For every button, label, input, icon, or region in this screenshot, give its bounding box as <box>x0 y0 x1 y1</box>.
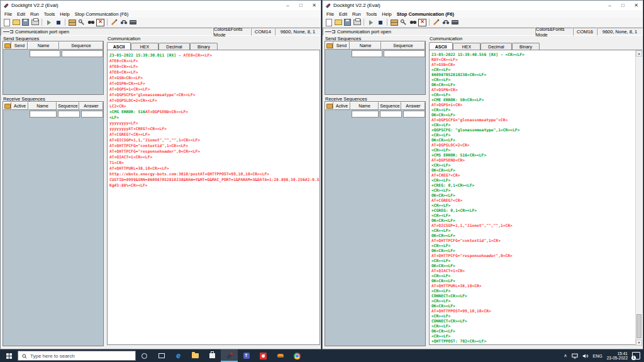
status-panel-serial-settings[interactable]: 9600, None, 8, 1 <box>275 28 321 36</box>
receive-answer-input[interactable] <box>81 111 103 118</box>
close-button[interactable]: ✕ <box>309 1 319 10</box>
log-printer-icon[interactable] <box>451 19 459 26</box>
start-button[interactable] <box>0 349 18 362</box>
close-button[interactable]: ✕ <box>631 1 641 10</box>
tab-decimal[interactable]: Decimal <box>158 43 190 50</box>
tray-expand-icon[interactable]: ∧ <box>564 353 567 358</box>
taskbar-teams-icon[interactable]: T <box>238 349 255 362</box>
menu-run[interactable]: Run <box>350 11 364 17</box>
new-file-icon[interactable] <box>325 19 333 26</box>
status-panel-serial-settings[interactable]: 9600, None, 8, 1 <box>597 28 643 36</box>
project-settings-icon[interactable] <box>68 19 76 26</box>
status-panel-com-port[interactable]: COM14 <box>251 28 275 36</box>
menu-run[interactable]: Run <box>28 11 42 17</box>
column-header-name[interactable]: Name <box>28 102 57 110</box>
edit-mode-icon[interactable] <box>110 19 118 26</box>
taskbar-edge-icon[interactable]: e <box>170 349 187 362</box>
taskbar-clock[interactable]: 15:41 23-05-2022 <box>607 351 628 361</box>
tab-binary[interactable]: Binary <box>512 43 540 50</box>
receive-answer-input[interactable] <box>403 111 425 118</box>
stop-logging-icon[interactable]: ✕ <box>96 19 104 26</box>
receive-sequences-table[interactable]: ActiveNameSequenceAnswer <box>3 101 104 346</box>
menu-edit[interactable]: Edit <box>14 11 28 17</box>
menu-help[interactable]: Help <box>57 11 72 17</box>
send-sequences-table[interactable]: SendNameSequence <box>3 41 104 95</box>
send-sequence-input[interactable] <box>62 50 103 57</box>
modem-settings-icon[interactable] <box>441 19 450 26</box>
menu-tools[interactable]: Tools <box>364 11 380 17</box>
taskbar-search-input[interactable]: Type here to search <box>18 351 136 361</box>
options-icon[interactable] <box>399 19 408 26</box>
receive-sequences-table[interactable]: ActiveNameSequenceAnswer <box>325 101 426 346</box>
tab-hex[interactable]: HEX <box>453 43 480 50</box>
scroll-up-icon[interactable]: ▲ <box>636 50 642 57</box>
receive-name-input[interactable] <box>352 111 379 118</box>
taskbar-orange-app-icon[interactable] <box>272 349 289 362</box>
stop-communication-icon[interactable] <box>54 19 62 26</box>
send-sequence-input[interactable] <box>384 50 425 57</box>
print-icon[interactable] <box>31 19 39 26</box>
status-panel-mode[interactable]: Colors&Fonts Mode <box>535 28 573 36</box>
menu-edit[interactable]: Edit <box>336 11 350 17</box>
maximize-button[interactable]: □ <box>618 1 628 10</box>
taskbar-cortana-icon[interactable] <box>136 349 153 362</box>
column-header-name[interactable]: Name <box>28 41 59 50</box>
status-panel-mode[interactable]: Colors&Fonts Mode <box>213 28 251 36</box>
scroll-down-icon[interactable]: ▼ <box>636 339 642 346</box>
communication-terminal[interactable]: 23-05-2022 15:39:30.011 [RX] - ATE0<CR><… <box>107 50 320 345</box>
taskbar-file-explorer-icon[interactable] <box>187 349 204 362</box>
column-header-name[interactable]: Name <box>350 41 381 50</box>
status-panel-com-port[interactable]: COM16 <box>573 28 597 36</box>
menu-tools[interactable]: Tools <box>42 11 58 17</box>
project-settings-icon[interactable] <box>390 19 398 26</box>
tab-decimal[interactable]: Decimal <box>480 43 512 50</box>
column-header-send[interactable]: Send <box>11 41 28 50</box>
save-project-icon[interactable] <box>343 19 352 26</box>
column-header-active[interactable]: Active <box>11 102 28 110</box>
stop-communication-icon[interactable] <box>376 19 384 26</box>
modem-settings-icon[interactable] <box>119 19 128 26</box>
column-header-sequence[interactable]: Sequence <box>379 102 401 110</box>
tab-ascii[interactable]: ASCII <box>107 42 131 50</box>
find-sequence-icon[interactable] <box>409 19 417 26</box>
tab-binary[interactable]: Binary <box>190 43 218 50</box>
open-project-icon[interactable] <box>334 19 342 26</box>
column-header-sequence[interactable]: Sequence <box>59 41 103 50</box>
menu-stop[interactable]: Stop Communication (F6) <box>72 11 131 17</box>
edit-mode-icon[interactable] <box>432 19 440 26</box>
send-sequences-table[interactable]: SendNameSequence <box>325 41 426 95</box>
title-bar[interactable]: Docklight V2.2 (Eval) – □ ✕ <box>323 1 643 10</box>
save-project-icon[interactable] <box>21 19 30 26</box>
speaker-icon[interactable] <box>582 350 589 361</box>
print-icon[interactable] <box>353 19 361 26</box>
terminal-scrollbar[interactable]: ▲ ▼ <box>635 50 642 346</box>
tab-hex[interactable]: HEX <box>131 43 158 50</box>
find-sequence-icon[interactable] <box>87 19 95 26</box>
tab-ascii[interactable]: ASCII <box>429 42 453 50</box>
column-header-name[interactable]: Name <box>350 102 379 110</box>
receive-name-input[interactable] <box>30 111 57 118</box>
new-file-icon[interactable] <box>3 19 11 26</box>
column-header-answer[interactable]: Answer <box>401 102 425 110</box>
taskbar-docklight-icon[interactable] <box>221 349 238 362</box>
log-printer-icon[interactable] <box>129 19 137 26</box>
maximize-button[interactable]: □ <box>296 1 306 10</box>
start-communication-icon[interactable] <box>367 19 375 26</box>
stop-logging-icon[interactable]: ✕ <box>418 19 426 26</box>
communication-terminal[interactable]: 23-05-2022 15:39:40.556 [RX] - <CR><LF>R… <box>429 50 642 345</box>
taskbar-chrome-icon[interactable] <box>289 349 306 362</box>
start-communication-icon[interactable] <box>45 19 53 26</box>
minimize-button[interactable]: – <box>282 1 293 10</box>
column-header-sequence[interactable]: Sequence <box>57 102 79 110</box>
send-name-input[interactable] <box>352 50 382 57</box>
menu-stop[interactable]: Stop Communication (F6) <box>394 11 457 17</box>
scrollbar-thumb[interactable] <box>636 314 641 338</box>
menu-file[interactable]: File <box>324 11 336 17</box>
notification-center-icon[interactable]: 1 <box>632 352 640 359</box>
minimize-button[interactable]: – <box>604 1 615 10</box>
language-indicator[interactable]: ENG <box>593 354 602 358</box>
taskbar-red-app-icon[interactable] <box>255 349 272 362</box>
column-header-send[interactable]: Send <box>333 41 350 50</box>
menu-file[interactable]: File <box>2 11 14 17</box>
network-icon[interactable] <box>572 350 578 361</box>
